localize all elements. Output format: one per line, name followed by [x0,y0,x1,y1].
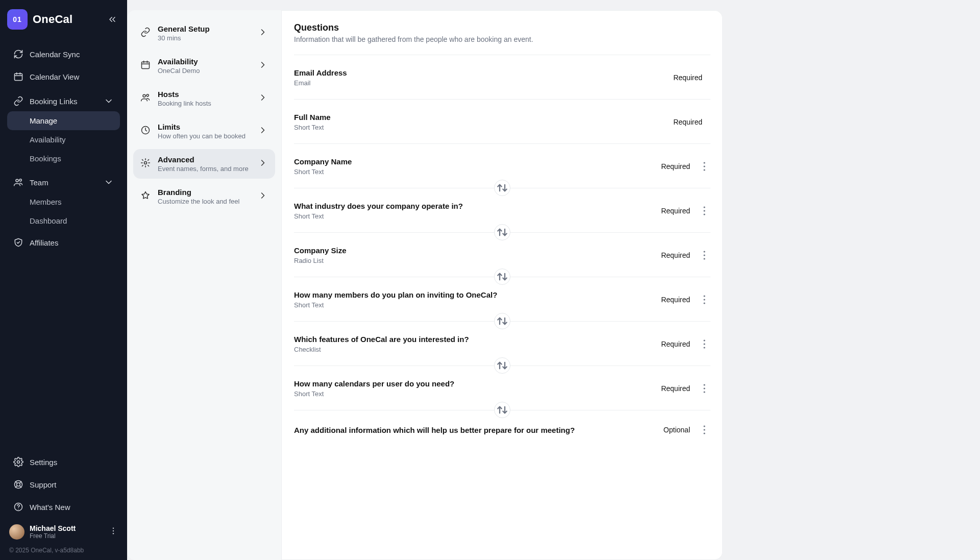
question-menu-button[interactable] [698,160,710,173]
question-type: Email [294,79,347,87]
sidebar-item-label: Availability [30,135,66,144]
chevron-down-icon [104,96,114,106]
question-menu-button[interactable] [698,424,710,436]
sidebar-item-label: Manage [30,116,57,125]
link-icon [13,96,23,106]
user-plan: Free Trial [30,532,76,540]
question-menu-button[interactable] [698,249,710,261]
sidebar-item-affiliates[interactable]: Affiliates [7,232,120,253]
svg-point-25 [703,254,705,256]
question-row: Email Address Email Required [294,55,710,99]
sync-icon [13,49,23,59]
star-icon [140,190,151,203]
link-icon [140,27,151,39]
sidebar-item-label: Calendar Sync [30,50,80,59]
collapse-sidebar-button[interactable] [105,12,120,27]
sub-item-subtitle: Event names, forms, and more [158,165,249,173]
content-box: General Setup 30 mins Availability OneCa… [127,10,723,560]
user-row[interactable]: Michael Scott Free Trial [7,519,120,543]
svg-rect-11 [142,62,150,68]
sidebar-item-settings[interactable]: Settings [7,452,120,472]
sidebar-item-label: Support [30,480,57,489]
sidebar-item-availability[interactable]: Availability [7,130,120,149]
sub-sidebar-item-general-setup[interactable]: General Setup 30 mins [133,18,275,48]
sidebar-item-label: What's New [30,503,70,512]
sub-sidebar-item-availability[interactable]: Availability OneCal Demo [133,51,275,81]
sidebar-item-calendar-sync[interactable]: Calendar Sync [7,44,120,64]
question-status: Required [661,207,690,215]
reorder-button[interactable] [494,269,510,285]
sub-sidebar-item-hosts[interactable]: Hosts Booking link hosts [133,84,275,113]
secondary-sidebar: General Setup 30 mins Availability OneCa… [127,10,282,560]
page-description: Information that will be gathered from t… [294,35,710,43]
svg-point-26 [703,258,705,259]
calendar-icon [140,60,151,72]
sidebar-item-members[interactable]: Members [7,192,120,211]
sidebar-item-booking-links[interactable]: Booking Links [7,91,120,111]
user-menu-button[interactable] [109,526,118,538]
reorder-button[interactable] [494,313,510,329]
reorder-button[interactable] [494,402,510,418]
reorder-button[interactable] [494,224,510,240]
question-title: Full Name [294,113,331,121]
sidebar-group-booking-links: Booking Links Manage Availability Bookin… [7,91,120,168]
sidebar-group-team: Team Members Dashboard [7,172,120,230]
svg-point-37 [703,429,705,430]
question-menu-button[interactable] [698,294,710,306]
question-status: Required [661,251,690,259]
right-gutter [723,10,968,560]
sidebar-item-team[interactable]: Team [7,172,120,192]
sidebar-item-label: Dashboard [30,216,67,225]
sidebar-item-label: Members [30,198,62,206]
svg-point-15 [144,162,147,164]
question-type: Short Text [294,212,463,220]
sidebar-item-calendar-view[interactable]: Calendar View [7,66,120,87]
sidebar-item-support[interactable]: Support [7,474,120,495]
svg-point-33 [703,384,705,385]
sub-item-subtitle: Booking link hosts [158,100,211,107]
question-type: Short Text [294,390,454,398]
sidebar-item-whatsnew[interactable]: What's New [7,497,120,517]
question-type: Short Text [294,168,352,176]
svg-point-38 [703,432,705,434]
sub-sidebar-item-advanced[interactable]: Advanced Event names, forms, and more [133,149,275,179]
question-menu-button[interactable] [698,382,710,395]
svg-point-21 [703,206,705,208]
gear-icon [13,457,23,467]
question-menu-button[interactable] [698,338,710,350]
question-title: How many members do you plan on inviting… [294,290,497,299]
svg-point-22 [703,210,705,211]
chevron-double-left-icon [107,14,117,25]
svg-point-27 [703,295,705,297]
question-type: Short Text [294,301,497,309]
main-content: Questions Information that will be gathe… [282,10,723,560]
svg-point-18 [703,162,705,163]
sidebar-item-dashboard[interactable]: Dashboard [7,211,120,230]
sub-sidebar-item-branding[interactable]: Branding Customize the look and feel [133,182,275,211]
question-title: Which features of OneCal are you interes… [294,335,469,344]
question-menu-button[interactable] [698,205,710,217]
svg-point-1 [16,179,18,182]
svg-point-35 [703,391,705,393]
stage: General Setup 30 mins Availability OneCa… [127,0,980,560]
reorder-button[interactable] [494,357,510,374]
page-title: Questions [294,22,710,33]
brand-name: OneCal [33,13,72,26]
logo-icon: 01 [7,9,28,30]
sidebar-bottom: Settings Support What's New Michael Scot… [7,452,120,554]
svg-point-20 [703,169,705,171]
question-title: Company Name [294,157,352,166]
sidebar-item-bookings[interactable]: Bookings [7,149,120,168]
question-title: Email Address [294,68,347,77]
sub-sidebar-item-limits[interactable]: Limits How often you can be booked [133,116,275,146]
reorder-button[interactable] [494,180,510,196]
sidebar-item-manage[interactable]: Manage [7,111,120,130]
chevron-right-icon [258,158,268,170]
sub-item-title: Hosts [158,90,211,99]
help-circle-icon [13,502,23,512]
question-status: Required [661,384,690,393]
sub-item-subtitle: Customize the look and feel [158,198,239,205]
svg-point-31 [703,343,705,345]
svg-point-28 [703,299,705,300]
question-title: Any additional information which will he… [294,426,575,434]
